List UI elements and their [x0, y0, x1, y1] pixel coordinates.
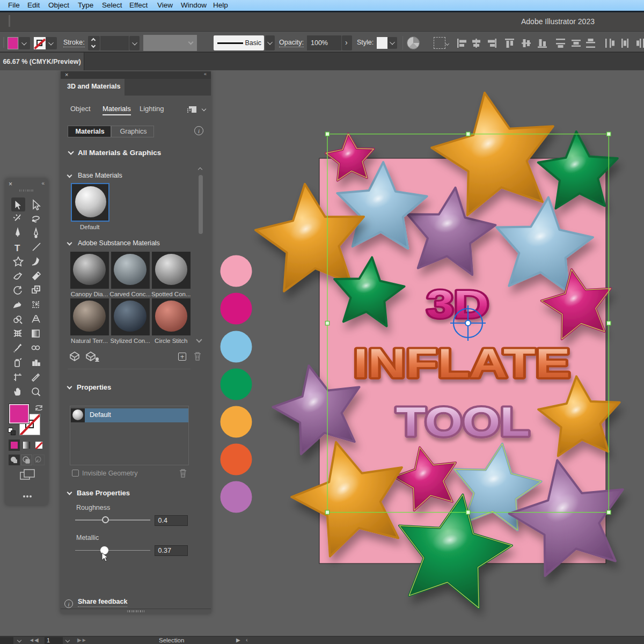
svg-text:T: T	[14, 243, 20, 253]
svg-text:TOOL: TOOL	[396, 399, 530, 444]
svg-text:3D: 3D	[427, 283, 489, 326]
svg-text:INFLATE: INFLATE	[354, 340, 570, 386]
